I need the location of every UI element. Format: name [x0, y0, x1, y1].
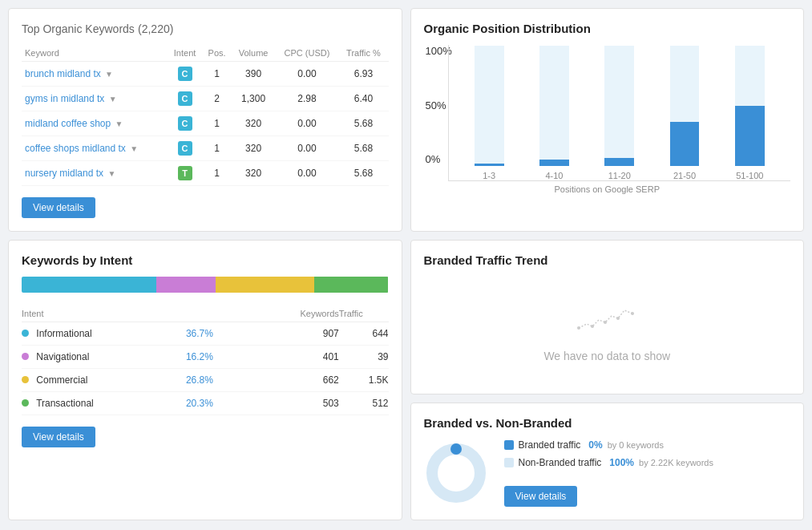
intent-segment — [216, 277, 314, 293]
keyword-link[interactable]: gyms in midland tx — [25, 93, 104, 104]
dropdown-arrow-icon[interactable]: ▼ — [115, 119, 123, 128]
col-pos: Pos. — [202, 45, 232, 62]
volume-cell: 1,300 — [232, 87, 276, 111]
svg-point-3 — [616, 317, 620, 320]
intent-badge: C — [178, 116, 192, 131]
volume-cell: 390 — [232, 62, 276, 87]
keyword-row: gyms in midland tx ▼ C 2 1,300 2.98 6.40 — [22, 87, 389, 111]
traffic-cell: 6.40 — [339, 87, 389, 111]
traffic-cell: 5.68 — [339, 161, 389, 186]
no-data-text: We have no data to show — [543, 350, 670, 362]
bar-blue — [735, 106, 765, 166]
intent-pct-cell: 16.2% — [170, 346, 259, 369]
cpc-cell: 0.00 — [275, 136, 338, 161]
svg-point-2 — [604, 321, 607, 324]
intent-pct-cell: 26.8% — [170, 369, 259, 392]
bar-label: 4-10 — [545, 171, 563, 180]
col-intent: Intent — [168, 45, 202, 62]
cpc-cell: 0.00 — [275, 111, 338, 136]
intent-traffic-cell: 1.5K — [339, 369, 389, 392]
branded-pct: 0% — [588, 439, 602, 451]
keyword-cell: coffee shops midland tx ▼ — [22, 136, 168, 161]
bar-wrapper — [530, 46, 579, 166]
intent-table: Intent Keywords Traffic Informational 36… — [22, 305, 389, 415]
svg-point-0 — [577, 326, 580, 330]
top-organic-keywords-card: Top Organic Keywords (2,220) Keyword Int… — [8, 8, 402, 232]
intent-card-title: Keywords by Intent — [22, 253, 389, 267]
col-traffic: Traffic % — [339, 45, 389, 62]
dropdown-arrow-icon[interactable]: ▼ — [130, 144, 138, 153]
pos-cell: 1 — [202, 136, 232, 161]
bar-gray — [604, 46, 634, 158]
intent-label-cell: Informational — [22, 322, 170, 346]
intent-traffic-cell: 644 — [339, 322, 389, 346]
branded-vs-non-title: Branded vs. Non-Branded — [424, 416, 791, 430]
svg-point-5 — [432, 449, 480, 497]
non-branded-label: Non-Branded traffic — [519, 457, 602, 468]
intent-label-cell: Commercial — [22, 369, 170, 392]
traffic-cell: 5.68 — [339, 136, 389, 161]
intent-pct-cell: 36.7% — [170, 322, 259, 346]
intent-pct-link[interactable]: 26.8% — [186, 374, 213, 386]
bar-group: 4-10 — [530, 46, 579, 180]
col-volume: Volume — [232, 45, 276, 62]
intent-cell: C — [168, 136, 202, 161]
svg-point-1 — [591, 325, 594, 328]
position-dist-title: Organic Position Distribution — [424, 22, 791, 35]
intent-cell: T — [168, 161, 202, 186]
bar-full — [475, 46, 504, 166]
intent-pct-link[interactable]: 36.7% — [186, 328, 213, 339]
keyword-link[interactable]: brunch midland tx — [25, 68, 101, 79]
bar-group: 51-100 — [725, 46, 774, 180]
keywords-title-text: Top Organic Keywords — [22, 22, 135, 35]
intent-traffic-cell: 39 — [339, 346, 389, 369]
bar-gray — [670, 46, 700, 122]
keyword-link[interactable]: nursery midland tx — [25, 168, 103, 179]
col-intent-pct — [170, 305, 259, 322]
traffic-cell: 6.93 — [339, 62, 389, 87]
branded-trend-card: Branded Traffic Trend We have no data to… — [410, 240, 805, 394]
keyword-link[interactable]: coffee shops midland tx — [25, 143, 126, 154]
col-intent-type: Intent — [22, 305, 170, 322]
svg-point-4 — [631, 312, 634, 315]
donut-chart — [424, 441, 488, 505]
bar-label: 1-3 — [483, 171, 495, 180]
bar-wrapper — [465, 46, 514, 166]
dropdown-arrow-icon[interactable]: ▼ — [105, 70, 113, 79]
cpc-cell: 0.00 — [275, 62, 338, 87]
bar-group: 11-20 — [595, 46, 644, 180]
keywords-count: (2,220) — [138, 22, 173, 35]
bar-gray — [475, 46, 504, 164]
intent-segment — [156, 277, 216, 293]
branded-view-details-button[interactable]: View details — [504, 486, 578, 507]
intent-cell: C — [168, 87, 202, 111]
keywords-table: Keyword Intent Pos. Volume CPC (USD) Tra… — [22, 45, 389, 186]
intent-dot — [22, 399, 29, 407]
bar-full — [670, 46, 700, 166]
intent-pct-link[interactable]: 20.3% — [186, 398, 213, 409]
branded-content: Branded traffic 0% by 0 keywords Non-Bra… — [424, 439, 791, 507]
col-keywords: Keywords — [259, 305, 339, 322]
intent-row: Navigational 16.2% 401 39 — [22, 346, 389, 369]
intent-view-details-button[interactable]: View details — [22, 427, 95, 447]
bar-full — [604, 46, 634, 166]
bar-blue — [539, 160, 569, 166]
bar-blue — [670, 122, 700, 166]
dropdown-arrow-icon[interactable]: ▼ — [109, 95, 117, 103]
branded-sub: by 0 keywords — [608, 440, 664, 450]
bar-gray — [539, 46, 569, 160]
intent-row: Transactional 20.3% 503 512 — [22, 392, 389, 415]
col-keyword: Keyword — [22, 45, 168, 62]
bar-wrapper — [595, 46, 644, 166]
intent-stacked-bar — [22, 277, 389, 293]
volume-cell: 320 — [232, 136, 276, 161]
intent-pct-link[interactable]: 16.2% — [186, 351, 213, 362]
bar-blue — [604, 158, 634, 166]
dropdown-arrow-icon[interactable]: ▼ — [107, 169, 115, 178]
keywords-view-details-button[interactable]: View details — [22, 197, 95, 218]
non-branded-color-box — [504, 458, 514, 467]
keyword-link[interactable]: midland coffee shop — [25, 118, 111, 129]
keyword-row: brunch midland tx ▼ C 1 390 0.00 6.93 — [22, 62, 389, 87]
keyword-cell: midland coffee shop ▼ — [22, 111, 168, 136]
intent-cell: C — [168, 62, 202, 87]
